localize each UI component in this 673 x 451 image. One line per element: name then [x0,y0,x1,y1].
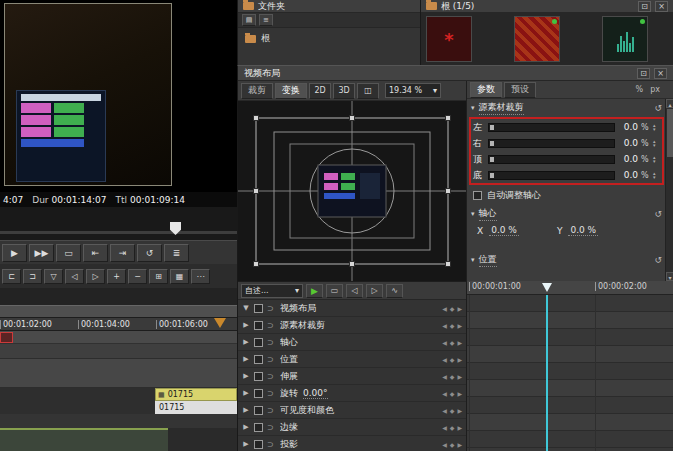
next-key-icon[interactable]: ▶ [457,373,462,380]
crop-value[interactable]: 0.0 [618,122,638,132]
display-button[interactable]: ▭ [56,244,81,262]
clip-caption[interactable]: 01715 [155,401,237,414]
add-key-icon[interactable]: ◆ [450,305,455,312]
layout-canvas[interactable] [238,101,466,281]
add-key-icon[interactable]: ◆ [450,441,455,448]
crop-right-slider[interactable] [488,139,615,148]
unit-px-button[interactable]: px [650,85,660,94]
add-key-icon[interactable]: ◆ [450,424,455,431]
reset-icon[interactable]: ↺ [654,103,662,113]
expander-icon[interactable]: ▶ [242,355,250,363]
scrollbar-thumb[interactable] [667,109,673,157]
prev-key-icon[interactable]: ◀ [442,305,447,312]
folder-view-icon[interactable]: ▤ [242,14,256,26]
shuttle-track[interactable] [0,231,237,234]
prev-key-icon[interactable]: ◀ [442,407,447,414]
add-key-icon[interactable]: ◆ [450,390,455,397]
scroll-down-icon[interactable]: ▾ [666,272,673,281]
tree-row-pivot[interactable]: ▶ ⊃ 轴心 ◀◆▶ [238,334,466,351]
row-checkbox[interactable] [254,423,263,432]
dialog-title-bar[interactable]: 视频布局 ⊡ × [238,66,673,81]
clip-thumbnail-star[interactable]: * [426,16,472,62]
reset-icon[interactable]: ↺ [654,255,662,265]
next-key-icon[interactable]: ▶ [457,339,462,346]
section-source-crop[interactable]: ▾ 源素材裁剪 ↺ [467,101,666,115]
auto-adjust-checkbox[interactable] [473,191,482,200]
zoom-select[interactable]: 19.34 % ▾ [385,83,441,98]
timeline-marker[interactable] [214,318,226,328]
expander-icon[interactable]: ▶ [242,423,250,431]
crop-top-slider[interactable] [488,155,615,164]
tree-row-source-crop[interactable]: ▶ ⊃ 源素材裁剪 ◀◆▶ [238,317,466,334]
add-marker-button[interactable]: ▽ [44,269,63,284]
crop-value[interactable]: 0.0 [618,170,638,180]
next-key-icon[interactable]: ▶ [457,322,462,329]
next-keyframe-button[interactable]: ▷ [366,284,383,298]
prev-key-icon[interactable]: ◀ [442,424,447,431]
grid-button[interactable]: ⊞ [149,269,168,284]
mode-2d-button[interactable]: 2D [309,83,331,99]
prev-key-icon[interactable]: ◀ [442,339,447,346]
folder-list-icon[interactable]: ≡ [259,14,273,26]
clip-thumbnail-red[interactable] [514,16,560,62]
pivot-x-value[interactable]: 0.0 % [489,225,519,236]
tree-row-edge[interactable]: ▶ ⊃ 边缘 ◀◆▶ [238,419,466,436]
prev-frame-button[interactable]: ◁ [65,269,84,284]
add-key-icon[interactable]: ◆ [450,339,455,346]
row-value[interactable]: 0.00° [303,388,328,399]
panel-close-button[interactable]: × [655,1,668,12]
fast-forward-button[interactable]: ▶▶ [29,244,54,262]
row-checkbox[interactable] [254,321,263,330]
timeline-clip[interactable]: ▦ 01715 [155,388,237,401]
pivot-y-value[interactable]: 0.0 % [568,225,598,236]
playhead-handle[interactable] [542,283,552,292]
panel-float-button[interactable]: ⊡ [638,1,651,12]
keyframe-timeline[interactable]: 00:00:01:00 00:00:02:00 [466,281,673,451]
add-key-icon[interactable]: ◆ [450,407,455,414]
keyframe-play-button[interactable]: ▶ [306,284,323,298]
scroll-up-icon[interactable]: ▴ [666,99,673,108]
add-key-icon[interactable]: ◆ [450,356,455,363]
dialog-close-button[interactable]: × [654,68,667,79]
crop-value[interactable]: 0.0 [618,154,638,164]
next-key-icon[interactable]: ▶ [457,390,462,397]
expander-icon[interactable]: ▶ [242,389,250,397]
row-checkbox[interactable] [254,338,263,347]
tree-row-position[interactable]: ▶ ⊃ 位置 ◀◆▶ [238,351,466,368]
next-key-icon[interactable]: ▶ [457,424,462,431]
add-key-icon[interactable]: ◆ [450,322,455,329]
tab-transform[interactable]: 变换 [275,83,307,99]
row-checkbox[interactable] [254,304,263,313]
timeline-ruler[interactable]: 00:01:02:00 00:01:04:00 00:01:06:00 [0,317,237,331]
row-checkbox[interactable] [254,372,263,381]
tab-crop[interactable]: 裁剪 [241,83,273,99]
prev-key-icon[interactable]: ◀ [442,441,447,448]
stepper-control[interactable]: ▴▾ [653,123,660,131]
transport-menu-button[interactable]: ≣ [164,244,189,262]
prev-key-icon[interactable]: ◀ [442,373,447,380]
play-button[interactable]: ▶ [2,244,27,262]
set-out-button[interactable]: ⊐ [23,269,42,284]
expander-icon[interactable]: ▼ [242,304,250,312]
row-checkbox[interactable] [254,355,263,364]
tab-presets[interactable]: 预设 [504,82,536,98]
curve-button[interactable]: ∿ [386,284,403,298]
row-checkbox[interactable] [254,389,263,398]
row-checkbox[interactable] [254,440,263,449]
next-key-icon[interactable]: ▶ [457,441,462,448]
prev-key-icon[interactable]: ◀ [442,390,447,397]
crop-value[interactable]: 0.0 [618,138,638,148]
keyframe-ruler[interactable]: 00:00:01:00 00:00:02:00 [467,281,673,295]
prev-key-icon[interactable]: ◀ [442,356,447,363]
set-in-button[interactable]: ⊏ [2,269,21,284]
prev-key-icon[interactable]: ◀ [442,322,447,329]
interpolation-select[interactable]: 自述... ▾ [241,284,303,298]
tab-parameters[interactable]: 参数 [470,82,502,98]
crop-left-slider[interactable] [488,123,615,132]
parameters-scrollbar[interactable]: ▴ ▾ [665,99,673,281]
expander-icon[interactable]: ▶ [242,372,250,380]
expander-icon[interactable]: ▶ [242,321,250,329]
more-button[interactable]: ⋯ [191,269,210,284]
goto-in-button[interactable]: ⇤ [83,244,108,262]
goto-out-button[interactable]: ⇥ [110,244,135,262]
